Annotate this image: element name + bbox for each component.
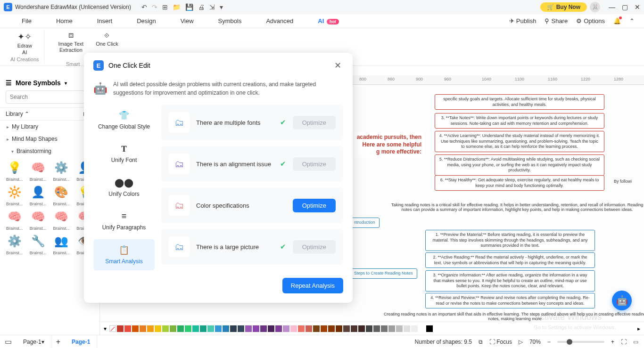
color-swatch[interactable] [185, 325, 191, 332]
color-swatch[interactable] [381, 325, 388, 332]
color-swatch[interactable] [140, 325, 146, 332]
color-swatch[interactable] [290, 325, 297, 332]
save-icon[interactable]: 💾 [185, 3, 193, 11]
shape-item[interactable]: 🎨Brainst... [51, 184, 73, 206]
color-swatch[interactable] [215, 325, 222, 332]
color-swatch[interactable] [411, 325, 418, 332]
mindmap-node[interactable]: 1. **Preview the Material:** Before star… [425, 230, 595, 251]
minimize-icon[interactable]: — [609, 3, 615, 11]
buy-now-button[interactable]: 🛒 Buy Now [540, 2, 587, 12]
sidebar-unify-font[interactable]: 𝐓Unify Font [93, 138, 155, 169]
search-input[interactable] [6, 90, 85, 104]
shape-item[interactable]: 🧠Brainst... [27, 208, 49, 231]
zoom-level[interactable]: 70% [529, 339, 541, 345]
menu-design[interactable]: Design [124, 17, 168, 24]
layers-icon[interactable]: ⧉ [479, 339, 483, 345]
color-swatch[interactable] [336, 325, 342, 332]
color-swatch[interactable] [419, 325, 425, 332]
color-swatch[interactable] [283, 325, 289, 332]
color-swatch[interactable] [238, 325, 244, 332]
color-swatch[interactable] [253, 325, 259, 332]
shape-item[interactable]: 🧠Brainst... [51, 208, 73, 231]
color-swatch[interactable] [404, 325, 410, 332]
sidebar-unify-colors[interactable]: ⬤⬤Unify Colors [93, 172, 155, 203]
maximize-icon[interactable]: ▢ [622, 3, 628, 11]
share-button[interactable]: ⚲ Share [545, 17, 568, 24]
color-swatch[interactable] [388, 325, 395, 332]
menu-symbols[interactable]: Symbols [206, 17, 254, 24]
menu-view[interactable]: View [168, 17, 206, 24]
export-icon[interactable]: ⇲ [209, 3, 215, 11]
color-swatch[interactable] [223, 325, 229, 332]
color-swatch[interactable] [192, 325, 199, 332]
presentation-icon[interactable]: ▷ [519, 339, 523, 345]
mindmap-node[interactable]: 5. **Reduce Distractions**: Avoid multit… [435, 154, 604, 176]
palette-menu-icon[interactable]: ▾ [104, 325, 107, 332]
shape-item[interactable]: 🧠Brainst... [27, 159, 49, 182]
shape-item[interactable]: ⚙️Brainst... [51, 159, 73, 182]
color-swatch[interactable] [147, 325, 154, 332]
library-label[interactable]: Library ⌃ [6, 111, 29, 117]
no-color-swatch[interactable] [109, 325, 116, 332]
color-swatch[interactable] [200, 325, 206, 332]
fullscreen-icon[interactable]: ▭ [633, 339, 638, 345]
color-swatch[interactable] [313, 325, 320, 332]
color-swatch[interactable] [305, 325, 312, 332]
color-swatch[interactable] [373, 325, 380, 332]
menu-advanced[interactable]: Advanced [254, 17, 305, 24]
shape-item[interactable]: 👤Brainst... [27, 184, 49, 206]
zoom-out-icon[interactable]: − [547, 339, 551, 345]
color-swatch[interactable] [366, 325, 372, 332]
color-swatch[interactable] [351, 325, 357, 332]
page-dropdown[interactable]: Page-1 ▾ [17, 335, 51, 348]
color-swatch[interactable] [343, 325, 350, 332]
shape-item[interactable]: 🧠Brainst... [4, 208, 25, 231]
color-swatch[interactable] [275, 325, 282, 332]
user-avatar[interactable]: 🐰 [590, 2, 600, 12]
options-button[interactable]: ⚙ Options [576, 17, 605, 24]
color-swatch[interactable] [268, 325, 274, 332]
color-swatch[interactable] [132, 325, 139, 332]
menu-insert[interactable]: Insert [85, 17, 125, 24]
undo-icon[interactable]: ↶ [141, 3, 147, 11]
zoom-slider[interactable] [557, 341, 604, 343]
notifications-icon[interactable]: 🔔 [613, 17, 621, 24]
palette-more-icon[interactable]: ▸ [637, 325, 640, 332]
zoom-in-icon[interactable]: + [611, 339, 614, 345]
close-icon[interactable]: ✕ [635, 3, 640, 11]
mindmap-node[interactable]: 2. **Active Reading:** Read the material… [425, 252, 595, 268]
sidebar-unify-paragraphs[interactable]: ≡Unify Paragraphs [93, 206, 155, 236]
shape-item[interactable]: 👥Brainst... [51, 233, 73, 255]
optimize-button[interactable]: Optimize [293, 157, 336, 171]
mindmap-node[interactable]: 4. **Active Learning**: Understand the s… [435, 131, 604, 152]
color-swatch[interactable] [207, 325, 214, 332]
menu-home[interactable]: Home [44, 17, 85, 24]
color-swatch[interactable] [177, 325, 184, 332]
mindmap-node[interactable]: 6. **Stay Healthy**: Get adequate sleep,… [435, 175, 604, 191]
zoom-thumb[interactable] [567, 339, 572, 345]
color-swatch[interactable] [245, 325, 252, 332]
image-text-extraction-button[interactable]: ⧈ Image Text Extraction [56, 30, 87, 53]
color-swatch[interactable] [260, 325, 267, 332]
mindmap-text[interactable]: By followi [614, 179, 632, 184]
edraw-ai-button[interactable]: ✦✧ Edraw AI [15, 32, 35, 55]
publish-button[interactable]: ✈ Publish [509, 17, 537, 24]
color-swatch[interactable] [396, 325, 403, 332]
mindmap-node[interactable]: 4. **Revise and Review:** Review and rev… [425, 293, 595, 308]
mindmap-text[interactable]: Taking reading notes is a critical skill… [390, 202, 644, 212]
color-swatch[interactable] [117, 325, 124, 332]
collapse-ribbon-icon[interactable]: ⌃ [629, 17, 635, 24]
mindmap-node[interactable]: specific study goals and targets. Alloca… [435, 94, 604, 110]
mindmap-root-red[interactable]: academic pursuits, then Here are some he… [350, 132, 425, 158]
color-swatch[interactable] [124, 325, 131, 332]
color-swatch[interactable] [170, 325, 176, 332]
color-swatch[interactable] [328, 325, 335, 332]
optimize-button[interactable]: Optimize [293, 116, 336, 129]
color-swatch[interactable] [230, 325, 237, 332]
color-swatch[interactable] [155, 325, 161, 332]
mindmap-node-introduction[interactable]: ntroduction [350, 218, 380, 228]
color-swatch[interactable] [162, 325, 169, 332]
qat-more-icon[interactable]: ▾ [220, 3, 223, 11]
color-swatch[interactable] [321, 325, 327, 332]
optimize-button[interactable]: Optimize [293, 240, 336, 254]
